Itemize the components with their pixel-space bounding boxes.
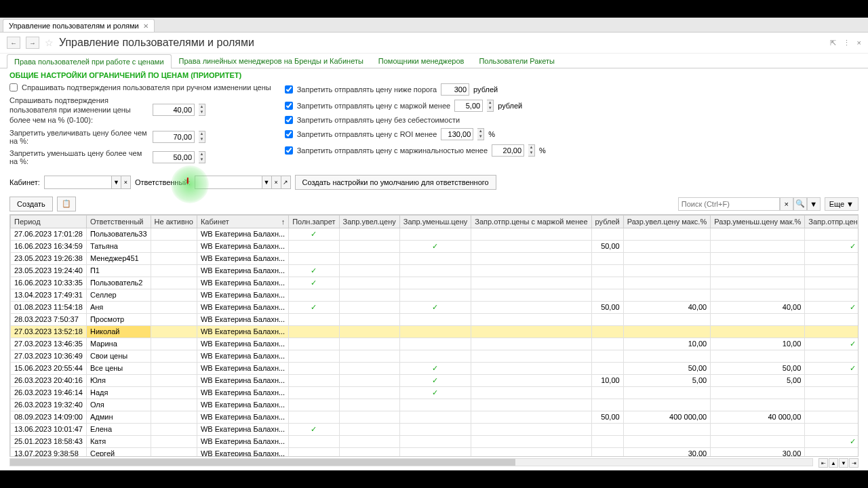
table-row[interactable]: 16.06.2023 16:34:59ТатьянаWB Екатерина Б… (11, 240, 859, 252)
table-row[interactable]: 26.03.2023 19:32:40ОляWB Екатерина Балах… (11, 399, 859, 411)
col-kabinet[interactable]: Кабинет ↑ (197, 215, 288, 228)
label-ask-confirm-pct: Спрашивать подтверждения пользователя пр… (9, 96, 149, 125)
checkbox-deny-no-cost[interactable] (285, 116, 293, 124)
table-row[interactable]: 23.05.2023 19:26:38Менеджер451WB Екатери… (11, 252, 859, 264)
nav-first-icon[interactable]: ⇤ (818, 458, 828, 468)
checkbox-deny-below[interactable] (285, 85, 293, 94)
checkbox-deny-margin[interactable] (285, 102, 293, 110)
spinner[interactable]: ▲▼ (477, 128, 484, 140)
title-bar: ← → ☆ Управление пользователями и ролями… (0, 33, 868, 54)
close-icon[interactable]: ✕ (143, 22, 149, 30)
checkbox-ask-confirm[interactable] (9, 83, 18, 92)
col-rub[interactable]: рублей (591, 215, 623, 228)
checkbox-deny-marginality[interactable] (285, 146, 293, 155)
label-deny-decrease: Запретить уменьшать цену более чем на %: (9, 149, 149, 165)
table-row[interactable]: 26.03.2023 20:40:16ЮляWB Екатерина Балах… (11, 374, 859, 386)
nav-up-icon[interactable]: ▲ (829, 458, 838, 468)
tab-price-rights[interactable]: Права пользователей при работе с ценами (7, 54, 172, 68)
spinner[interactable]: ▲▼ (487, 100, 494, 112)
data-table[interactable]: Период Ответственный Не активно Кабинет … (9, 214, 859, 457)
create-defaults-button[interactable]: Создать настройки по умолчанию для ответ… (295, 175, 496, 190)
table-row[interactable]: 01.08.2023 11:54:18АняWB Екатерина Балах… (11, 301, 859, 313)
input-kabinet[interactable] (44, 176, 112, 189)
col-deny-incr[interactable]: Запр.увел.цену (339, 215, 399, 228)
col-full-deny[interactable]: Полн.запрет (289, 215, 339, 228)
table-row[interactable]: 27.03.2023 13:46:35МаринаWB Екатерина Ба… (11, 338, 859, 350)
input-deny-roi[interactable] (441, 128, 473, 140)
spinner[interactable]: ▲▼ (199, 131, 205, 143)
table-row[interactable]: 13.04.2023 17:49:31СеллерWB Екатерина Ба… (11, 289, 859, 301)
search-clear-icon[interactable]: × (780, 197, 793, 211)
search-input[interactable] (678, 197, 780, 211)
col-deny-decr[interactable]: Запр.уменьш.цену (399, 215, 471, 228)
close-window-icon[interactable]: × (857, 39, 861, 47)
input-deny-increase[interactable] (153, 131, 195, 143)
unit-pct: % (488, 130, 495, 138)
nav-back-button[interactable]: ← (7, 37, 20, 49)
dropdown-icon[interactable]: ▼ (262, 176, 272, 189)
table-row[interactable]: 13.06.2023 10:01:47ЕленаWB Екатерина Бал… (11, 423, 859, 435)
unit-rub: рублей (498, 102, 522, 110)
tab-line-managers[interactable]: Права линейных менеджеров на Бренды и Ка… (172, 54, 371, 68)
table-row[interactable]: 16.06.2023 10:33:35Пользователь2WB Екате… (11, 277, 859, 289)
label-deny-roi: Запретить отправлять цену с ROI менее (297, 130, 437, 138)
col-responsible[interactable]: Ответственный (86, 215, 151, 228)
label-ask-confirm: Спрашивать подтверждения пользователя пр… (22, 83, 271, 92)
table-row[interactable]: 28.03.2023 7:50:37ПросмотрWB Екатерина Б… (11, 313, 859, 325)
col-allow-incr-max[interactable]: Разр.увел.цену макс.% (623, 215, 711, 228)
create-button[interactable]: Создать (9, 197, 53, 211)
col-period[interactable]: Период (11, 215, 87, 228)
col-deny-margin-less[interactable]: Запр.отпр.цены с маржой менее (471, 215, 591, 228)
table-row[interactable]: 27.03.2023 13:52:18НиколайWB Екатерина Б… (11, 325, 859, 338)
spinner[interactable]: ▲▼ (199, 151, 205, 163)
checkbox-deny-roi[interactable] (285, 130, 293, 138)
col-allow-decr-max[interactable]: Разр.уменьш.цену мак.% (711, 215, 805, 228)
spinner[interactable]: ▲▼ (528, 144, 535, 157)
tab-title: Управление пользователям и ролями (9, 22, 139, 30)
input-deny-decrease[interactable] (153, 151, 195, 163)
settings-panel: Спрашивать подтверждения пользователя пр… (0, 82, 868, 171)
spinner[interactable]: ▲▼ (199, 104, 205, 116)
clear-icon[interactable]: × (272, 176, 281, 189)
combo-responsible[interactable]: ▼ × ↗ (195, 176, 291, 189)
table-row[interactable]: 23.05.2023 19:24:40П1WB Екатерина Балахн… (11, 264, 859, 277)
window-tab[interactable]: Управление пользователям и ролями ✕ (3, 19, 155, 32)
clear-icon[interactable]: × (121, 176, 131, 189)
table-row[interactable]: 25.01.2023 18:58:43КатяWB Екатерина Бала… (11, 435, 859, 447)
table-row[interactable]: 27.06.2023 17:01:28Пользователь33WB Екат… (11, 228, 859, 240)
col-inactive[interactable]: Не активно (151, 215, 197, 228)
nav-last-icon[interactable]: ⇥ (849, 458, 859, 468)
table-row[interactable]: 13.07.2023 9:38:58СергейWB Екатерина Бал… (11, 447, 859, 457)
table-row[interactable]: 08.09.2023 14:09:00АдминWB Екатерина Бал… (11, 411, 859, 423)
open-icon[interactable]: ↗ (281, 176, 291, 189)
table-row[interactable]: 15.06.2023 20:55:44Все ценыWB Екатерина … (11, 362, 859, 374)
scroll-footer: ⇤ ▲ ▼ ⇥ (9, 458, 859, 468)
section-title: ОБЩИЕ НАСТРОЙКИ ОГРАНИЧЕНИЙ ПО ЦЕНАМ (ПР… (0, 68, 868, 82)
nav-down-icon[interactable]: ▼ (839, 458, 848, 468)
table-row[interactable]: 26.03.2023 19:46:14НадяWB Екатерина Бала… (11, 386, 859, 399)
tab-bar: Управление пользователям и ролями ✕ (0, 18, 868, 33)
more-button[interactable]: Еще▼ (825, 197, 859, 211)
col-deny-no-cost[interactable]: Запр.отпр.цену без себес (805, 215, 859, 228)
table-row[interactable]: 27.03.2023 10:36:49Свои ценыWB Екатерина… (11, 350, 859, 362)
combo-kabinet[interactable]: ▼ × (44, 176, 131, 189)
copy-button[interactable]: 📋 (57, 197, 76, 211)
input-deny-marginality[interactable] (492, 144, 524, 157)
star-icon[interactable]: ☆ (45, 37, 54, 48)
search-icon[interactable]: 🔍 (793, 197, 807, 211)
action-bar: Создать 📋 × 🔍 ▼ Еще▼ (0, 194, 868, 214)
tab-assistants[interactable]: Помощники менеджеров (371, 54, 472, 68)
tab-rocket-users[interactable]: Пользователи Ракеты (471, 54, 562, 68)
search-dropdown-icon[interactable]: ▼ (807, 197, 821, 211)
input-ask-confirm-pct[interactable] (153, 104, 195, 116)
link-icon[interactable]: ⇱ (830, 39, 836, 47)
kebab-icon[interactable]: ⋮ (843, 39, 850, 47)
label-kabinet: Кабинет: (9, 178, 40, 186)
input-deny-margin[interactable] (454, 100, 483, 112)
horizontal-scrollbar[interactable] (9, 458, 813, 466)
input-responsible[interactable] (195, 176, 262, 189)
input-deny-below[interactable] (441, 83, 469, 96)
label-deny-marginality: Запретить отправлять цену с маржинальнос… (297, 146, 488, 155)
dropdown-icon[interactable]: ▼ (112, 176, 121, 189)
nav-forward-button[interactable]: → (26, 37, 39, 49)
